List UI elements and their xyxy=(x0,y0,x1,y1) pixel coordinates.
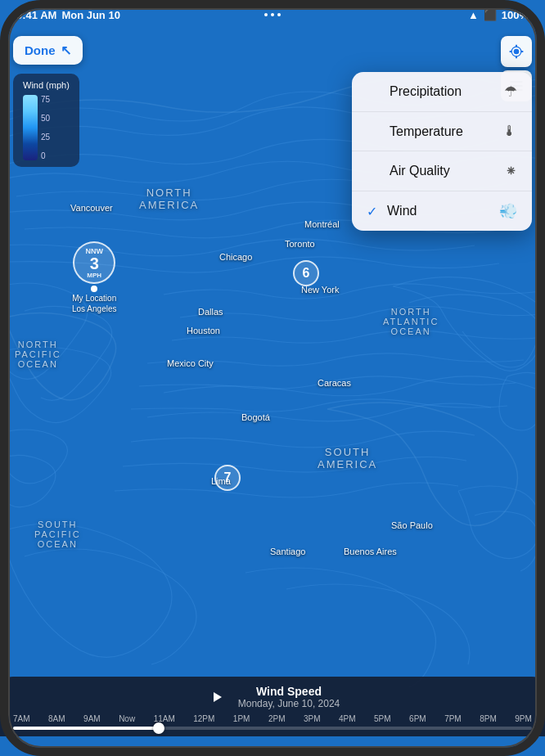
battery-percent: 100% xyxy=(502,9,529,21)
city-houston: Houston xyxy=(187,326,220,335)
temperature-icon: 🌡 xyxy=(502,123,517,140)
home-indicator xyxy=(223,747,322,751)
city-sao-paulo: São Paulo xyxy=(391,520,433,530)
precipitation-label: Precipitation xyxy=(390,84,462,99)
air-quality-icon: ⁕ xyxy=(505,162,517,180)
wind-dot-my-location xyxy=(91,286,97,292)
svg-marker-5 xyxy=(214,692,222,702)
status-bar: 9:41 AM Mon Jun 10 ▲ ⬛ 100% xyxy=(0,0,545,29)
wind-label: Wind xyxy=(387,204,417,218)
track-fill xyxy=(13,727,159,730)
menu-item-precipitation[interactable]: Precipitation ☂ xyxy=(352,72,532,112)
air-quality-label: Air Quality xyxy=(390,164,450,178)
city-dallas: Dallas xyxy=(198,307,223,317)
menu-item-air-quality[interactable]: Air Quality ⁕ xyxy=(352,151,532,191)
region-north-pacific: NorthPacificOcean xyxy=(15,340,61,369)
region-north-america: NORTHAMERICA xyxy=(139,187,199,211)
timeline-title-text: Wind Speed xyxy=(238,685,340,698)
city-vancouver: Vancouver xyxy=(70,203,113,213)
timeline-date: Monday, June 10, 2024 xyxy=(238,698,340,709)
wind-legend-title: Wind (mph) xyxy=(23,80,70,90)
precipitation-icon: ☂ xyxy=(504,83,517,101)
lima-marker: 7 xyxy=(214,465,241,491)
region-south-america: SOUTHAMERICA xyxy=(318,446,377,470)
done-button[interactable]: Done ↖ xyxy=(13,36,83,65)
timeline-title: Wind Speed Monday, June 10, 2024 xyxy=(238,685,340,709)
region-south-pacific: SouthPacificOcean xyxy=(34,520,81,549)
wind-ticks: 75 50 25 0 xyxy=(41,95,50,160)
my-location-label: My Location xyxy=(72,294,116,303)
location-button[interactable] xyxy=(501,36,532,67)
lima-speed: 7 xyxy=(224,470,232,485)
time-labels: 7AM 8AM 9AM Now 11AM 12PM 1PM 2PM 3PM 4P… xyxy=(13,714,532,723)
city-buenos-aires: Buenos Aires xyxy=(344,547,397,556)
city-montreal: Montréal xyxy=(304,219,340,229)
timeline-bar: Wind Speed Monday, June 10, 2024 7AM 8AM… xyxy=(0,677,545,736)
city-toronto: Toronto xyxy=(285,239,315,249)
check-wind: ✓ xyxy=(367,204,377,219)
region-north-atlantic: NorthAtlanticOcean xyxy=(383,307,439,336)
svg-point-0 xyxy=(514,49,520,55)
new-york-marker: 6 xyxy=(293,260,319,286)
city-bogota: Bogotá xyxy=(241,412,270,422)
city-chicago: Chicago xyxy=(219,252,252,262)
city-caracas: Caracas xyxy=(318,378,351,388)
city-santiago: Santiago xyxy=(270,547,305,556)
my-location-marker: NNW 3 MPH My Location Los Angeles xyxy=(72,241,117,313)
status-day: Mon Jun 10 xyxy=(61,9,120,21)
wind-icon: 💨 xyxy=(499,202,517,220)
city-mexico-city: Mexico City xyxy=(167,358,214,368)
wind-gradient-bar xyxy=(23,95,38,160)
menu-item-temperature[interactable]: Temperature 🌡 xyxy=(352,112,532,151)
timeline-track[interactable]: 7AM 8AM 9AM Now 11AM 12PM 1PM 2PM 3PM 4P… xyxy=(0,714,545,730)
menu-item-wind[interactable]: ✓ Wind 💨 xyxy=(352,191,532,231)
done-label: Done xyxy=(25,43,56,57)
wifi-icon: ▲ xyxy=(468,9,479,21)
play-button[interactable] xyxy=(205,686,228,709)
track-bar[interactable] xyxy=(13,727,532,730)
cursor-icon: ↖ xyxy=(61,43,71,58)
new-york-speed: 6 xyxy=(303,266,310,281)
los-angeles-label: Los Angeles xyxy=(72,304,117,313)
track-thumb[interactable] xyxy=(153,722,164,734)
temperature-label: Temperature xyxy=(390,124,463,139)
timeline-header: Wind Speed Monday, June 10, 2024 xyxy=(0,685,545,709)
battery-icon: ⬛ xyxy=(484,9,497,21)
wind-bubble-my-location: NNW 3 MPH xyxy=(73,241,115,284)
status-time: 9:41 AM xyxy=(16,9,56,21)
wind-legend: Wind (mph) 75 50 25 0 xyxy=(13,74,79,167)
layer-menu: Precipitation ☂ Temperature 🌡 Air Qualit… xyxy=(352,72,532,231)
